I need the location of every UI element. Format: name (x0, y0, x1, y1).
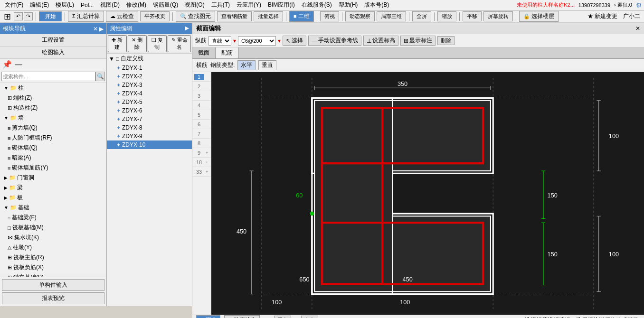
tree-item-faban[interactable]: □ 筏板基础(M) (0, 223, 106, 233)
cloud-check-button[interactable]: ☁ 云检查 (106, 11, 138, 22)
tab-rebar[interactable]: 配筋 (216, 47, 239, 58)
tree-item-qitijin[interactable]: ≡ 砌体墙加筋(Y) (0, 163, 106, 173)
sidebar-close-icon[interactable]: ✕ ▶ (93, 26, 104, 32)
zdyx-item-4[interactable]: ✦ ZDYX-4 (107, 89, 192, 98)
menu-tools[interactable]: 工具(T) (208, 0, 233, 10)
report-preview-btn[interactable]: 报表预览 (2, 292, 104, 304)
start-button[interactable]: 开始 (39, 11, 62, 21)
row-6[interactable]: 6 (192, 120, 211, 129)
view2d-button[interactable]: ■ 二维 (289, 11, 314, 22)
user-icon[interactable]: ⚙ (636, 1, 642, 9)
tree-item-menchuangdong[interactable]: ▶ 📁 门窗洞 (0, 173, 106, 183)
middle-close-icon[interactable]: ▶ (185, 25, 189, 33)
menu-bim[interactable]: BIM应用(I) (265, 0, 298, 10)
row-2[interactable]: 2 (192, 82, 211, 91)
tree-item-gouzaozhu[interactable]: ⊞ 构造柱(Z) (0, 103, 106, 113)
delete-button[interactable]: 删除 (437, 36, 455, 45)
tree-item-duanzhu[interactable]: ⊞ 端柱(Z) (0, 93, 106, 103)
longitudinal-spec-select[interactable]: C6@200 (238, 36, 276, 46)
select-button[interactable]: ↖ 选择 (283, 36, 306, 46)
row-5[interactable]: 5 (192, 110, 211, 120)
zdyx-rename-btn[interactable]: ✎ 重命名 (168, 35, 191, 52)
tree-item-zhudun[interactable]: △ 柱墩(Y) (0, 243, 106, 253)
menu-version[interactable]: 版本号(B) (361, 0, 392, 10)
zdyx-item-8[interactable]: ✦ ZDYX-8 (107, 123, 192, 132)
row-4[interactable]: 4 (192, 101, 211, 110)
menu-pol[interactable]: Pol... (78, 1, 96, 9)
zdyx-item-7[interactable]: ✦ ZDYX-7 (107, 115, 192, 123)
tree-item-duli[interactable]: ⊞ 独立基础(P) (0, 272, 106, 277)
menu-file[interactable]: 文件(F) (2, 0, 26, 10)
sum-calc-button[interactable]: Σ 汇总计算 (68, 11, 104, 22)
menu-help[interactable]: 帮助(H) (336, 0, 361, 10)
view-btn[interactable]: 俯视 (320, 11, 339, 21)
new-version-btn[interactable]: ★ 新建变更 (587, 12, 617, 20)
redo-button[interactable]: ↷ (24, 12, 33, 20)
minus-icon[interactable]: — (13, 60, 24, 69)
pin-icon[interactable]: 📌 (1, 60, 13, 69)
zdyx-item-1[interactable]: ✦ ZDYX-1 (107, 64, 192, 72)
row-9[interactable]: 9 + (192, 148, 211, 158)
tree-item-fabanjin[interactable]: ⊞ 筏板负筋(X) (0, 262, 106, 272)
menu-view[interactable]: 视图(D) (97, 0, 123, 10)
select-layer-button[interactable]: 🔒 选择楼层 (519, 11, 559, 22)
tree-item-qiti[interactable]: ≡ 砌体墙(Q) (0, 143, 106, 153)
draw-input-link[interactable]: 绘图输入 (0, 47, 106, 59)
flat-plate-button[interactable]: 平齐板页 (140, 11, 170, 21)
menu-floor[interactable]: 楼层(L) (53, 0, 77, 10)
menu-modify[interactable]: 修改(M) (123, 0, 149, 10)
zdyx-item-9[interactable]: ✦ ZDYX-9 (107, 132, 192, 140)
row-7[interactable]: 7 (192, 129, 211, 139)
tree-item-ban[interactable]: ▶ 📁 板 (0, 193, 106, 203)
zdyx-item-6[interactable]: ✦ ZDYX-6 (107, 106, 192, 115)
zoom-button[interactable]: 缩放 (437, 11, 456, 21)
dynamic-obs-button[interactable]: 动态观察 (345, 11, 375, 21)
section-editor-close[interactable]: ✕ (635, 25, 640, 32)
screen-rotate-button[interactable]: 屏幕旋转 (483, 11, 513, 21)
check-draw-button[interactable]: 🔍 查找图元 (176, 11, 215, 22)
zdyx-new-btn[interactable]: ✚ 新建 (108, 35, 127, 52)
row-18[interactable]: 18 + (192, 158, 211, 167)
tree-item-anliang[interactable]: ≡ 暗梁(A) (0, 153, 106, 163)
tab-section[interactable]: 截面 (192, 47, 216, 58)
search-input[interactable] (1, 72, 95, 81)
menu-online[interactable]: 在线服务(S) (299, 0, 335, 10)
menu-edit[interactable]: 编辑(E) (27, 0, 52, 10)
zdyx-item-10[interactable]: ✦ ZDYX-10 (107, 140, 192, 149)
tree-item-jianli[interactable]: ≡ 剪力墙(Q) (0, 123, 106, 133)
tree-item-jichu[interactable]: ▼ 📁 基础 (0, 203, 106, 213)
zdyx-item-2[interactable]: ✦ ZDYX-2 (107, 72, 192, 81)
orthogonal-button[interactable]: ⊾ 正交 (196, 315, 220, 318)
undo-button[interactable]: ↶ (14, 12, 23, 20)
new-button[interactable]: ⊞ (2, 11, 13, 22)
manual-ref-button[interactable]: — 手动设置参考线 (308, 36, 361, 46)
batch-select-button[interactable]: 批量选择 (254, 11, 283, 21)
tree-item-renfang[interactable]: ≡ 人防门框墙(RF) (0, 133, 106, 143)
pan-button[interactable]: 平移 (463, 11, 482, 21)
rebar-type-horizontal[interactable]: 水平 (237, 60, 256, 70)
tree-item-jishuikeng[interactable]: ⋈ 集水坑(K) (0, 233, 106, 243)
project-settings-link[interactable]: 工程设置 (0, 34, 106, 47)
tree-item-jichuliang[interactable]: ≡ 基础梁(F) (0, 213, 106, 223)
tree-item-fabanzhujin[interactable]: ⊞ 筏板主筋(R) (0, 253, 106, 262)
check-rebar-button[interactable]: 查看钢筋量 (217, 11, 252, 21)
local-view-button[interactable]: 局部三维 (377, 11, 406, 21)
tree-item-liang[interactable]: ▶ 📁 梁 (0, 183, 106, 193)
zdyx-root[interactable]: ▼ □ 自定义线 (107, 54, 192, 64)
single-component-btn[interactable]: 单构件输入 (2, 279, 104, 291)
canvas-area[interactable]: 350 100 150 (211, 72, 644, 315)
tree-item-qiang[interactable]: ▼ 📁 墙 (0, 113, 106, 123)
zdyx-delete-btn[interactable]: ✕ 删除 (128, 35, 147, 52)
menu-view2[interactable]: 视图(O) (182, 0, 207, 10)
dynamic-input-button[interactable]: ⊟ 动态输入 (224, 315, 260, 318)
set-height-button[interactable]: ⊥ 设置标高 (363, 36, 398, 46)
row-1[interactable]: 1 (192, 72, 211, 82)
menu-rebar[interactable]: 钢筋量(Q) (150, 0, 181, 10)
row-8[interactable]: 8 (192, 139, 211, 148)
zdyx-copy-btn[interactable]: ❏ 复制 (148, 35, 167, 52)
tree-item-zhu[interactable]: ▼ 📁 柱 (0, 83, 106, 93)
rebar-type-vertical[interactable]: 垂直 (258, 60, 276, 70)
snap-point-button[interactable]: 重点 (274, 316, 291, 318)
longitudinal-type-select[interactable]: 直线 (208, 36, 231, 46)
show-annotation-button[interactable]: ⊞ 显示标注 (400, 36, 436, 46)
